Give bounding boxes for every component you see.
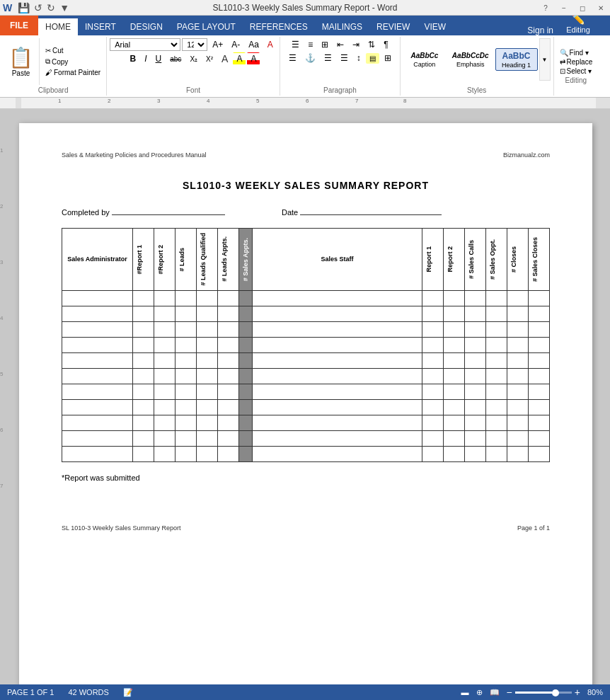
bullets-button[interactable]: ☰ <box>288 38 303 51</box>
table-cell[interactable] <box>197 306 218 321</box>
italic-button[interactable]: I <box>141 52 150 65</box>
table-cell[interactable] <box>422 430 444 446</box>
redo-icon[interactable]: ↻ <box>45 2 57 13</box>
table-cell[interactable] <box>444 399 465 415</box>
table-row[interactable] <box>62 306 550 321</box>
table-cell[interactable] <box>197 446 218 461</box>
subscript-button[interactable]: X₂ <box>186 54 201 64</box>
table-cell[interactable] <box>154 430 175 446</box>
table-cell[interactable] <box>486 399 507 415</box>
numbering-button[interactable]: ≡ <box>304 38 316 51</box>
table-cell[interactable] <box>154 415 175 430</box>
date-field[interactable] <box>300 205 442 215</box>
table-cell[interactable] <box>444 430 465 446</box>
table-row[interactable] <box>62 384 550 399</box>
underline-button[interactable]: U <box>152 52 166 65</box>
table-cell[interactable] <box>465 337 486 352</box>
table-cell[interactable] <box>175 399 197 415</box>
table-cell[interactable] <box>253 384 422 399</box>
font-name-select[interactable]: Arial <box>110 38 180 51</box>
table-row[interactable] <box>62 415 550 430</box>
table-cell[interactable] <box>239 352 253 368</box>
font-size-select[interactable]: 12 <box>182 38 207 51</box>
table-cell[interactable] <box>133 290 154 306</box>
table-cell[interactable] <box>133 368 154 384</box>
table-cell[interactable] <box>486 384 507 399</box>
table-cell[interactable] <box>218 399 239 415</box>
justify-button[interactable]: ☰ <box>337 52 352 64</box>
table-cell[interactable] <box>197 321 218 337</box>
table-cell[interactable] <box>239 384 253 399</box>
table-cell[interactable] <box>154 384 175 399</box>
superscript-button[interactable]: X² <box>202 54 217 64</box>
table-cell[interactable] <box>486 321 507 337</box>
table-cell[interactable] <box>465 430 486 446</box>
table-cell[interactable] <box>422 352 444 368</box>
table-cell[interactable] <box>239 446 253 461</box>
table-cell[interactable] <box>197 368 218 384</box>
tab-design[interactable]: DESIGN <box>123 18 170 35</box>
save-icon[interactable]: 💾 <box>16 2 31 13</box>
table-cell[interactable] <box>154 337 175 352</box>
table-cell[interactable] <box>465 399 486 415</box>
table-cell[interactable] <box>507 446 529 461</box>
style-heading1-button[interactable]: AaBbC Heading 1 <box>495 48 538 71</box>
zoom-track[interactable] <box>515 692 572 694</box>
proofing-icon[interactable]: 📝 <box>123 688 133 697</box>
table-cell[interactable] <box>133 321 154 337</box>
tab-file[interactable]: FILE <box>0 16 38 35</box>
table-cell[interactable] <box>529 321 550 337</box>
table-cell[interactable] <box>62 399 133 415</box>
table-cell[interactable] <box>507 368 529 384</box>
table-cell[interactable] <box>422 399 444 415</box>
sort-button[interactable]: ⇅ <box>364 38 379 51</box>
table-cell[interactable] <box>239 321 253 337</box>
table-cell[interactable] <box>239 290 253 306</box>
customize-quick-access-icon[interactable]: ▼ <box>58 2 71 13</box>
table-cell[interactable] <box>486 306 507 321</box>
table-cell[interactable] <box>62 368 133 384</box>
font-shrink-button[interactable]: A- <box>228 38 243 51</box>
zoom-thumb[interactable] <box>552 689 559 696</box>
change-case-button[interactable]: Aa <box>245 38 263 51</box>
tab-view[interactable]: VIEW <box>417 18 453 35</box>
table-cell[interactable] <box>444 337 465 352</box>
table-cell[interactable] <box>444 321 465 337</box>
tab-insert[interactable]: INSERT <box>78 18 123 35</box>
table-row[interactable] <box>62 352 550 368</box>
table-cell[interactable] <box>422 290 444 306</box>
table-cell[interactable] <box>422 321 444 337</box>
table-cell[interactable] <box>529 337 550 352</box>
table-row[interactable] <box>62 290 550 306</box>
table-cell[interactable] <box>133 399 154 415</box>
table-cell[interactable] <box>253 415 422 430</box>
table-cell[interactable] <box>218 368 239 384</box>
bold-button[interactable]: B <box>127 52 140 65</box>
table-cell[interactable] <box>507 384 529 399</box>
table-cell[interactable] <box>197 430 218 446</box>
table-cell[interactable] <box>486 290 507 306</box>
table-cell[interactable] <box>239 368 253 384</box>
table-cell[interactable] <box>507 321 529 337</box>
table-cell[interactable] <box>239 415 253 430</box>
table-cell[interactable] <box>507 306 529 321</box>
sign-in-button[interactable]: Sign in <box>520 25 560 35</box>
table-cell[interactable] <box>465 446 486 461</box>
table-cell[interactable] <box>253 290 422 306</box>
table-cell[interactable] <box>444 384 465 399</box>
table-cell[interactable] <box>253 337 422 352</box>
highlight-color-button[interactable]: A <box>233 52 246 65</box>
table-cell[interactable] <box>422 384 444 399</box>
format-painter-button[interactable]: 🖌 Format Painter <box>42 68 103 77</box>
table-cell[interactable] <box>175 321 197 337</box>
increase-indent-button[interactable]: ⇥ <box>349 38 363 51</box>
table-cell[interactable] <box>444 415 465 430</box>
table-cell[interactable] <box>529 352 550 368</box>
table-cell[interactable] <box>218 384 239 399</box>
undo-icon[interactable]: ↺ <box>33 2 44 13</box>
table-cell[interactable] <box>154 306 175 321</box>
table-cell[interactable] <box>62 430 133 446</box>
table-cell[interactable] <box>253 321 422 337</box>
table-cell[interactable] <box>465 321 486 337</box>
table-cell[interactable] <box>422 306 444 321</box>
